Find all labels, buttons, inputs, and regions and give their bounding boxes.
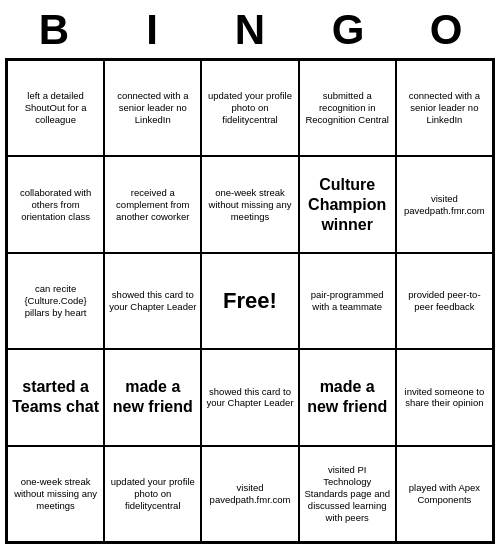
bingo-letter: O: [402, 6, 490, 54]
bingo-cell: updated your profile photo on fidelityce…: [201, 60, 298, 156]
bingo-cell: connected with a senior leader no Linked…: [104, 60, 201, 156]
bingo-cell: provided peer-to-peer feedback: [396, 253, 493, 349]
bingo-cell: received a complement from another cowor…: [104, 156, 201, 252]
bingo-cell: visited pavedpath.fmr.com: [201, 446, 298, 542]
bingo-cell: played with Apex Components: [396, 446, 493, 542]
bingo-cell: one-week streak without missing any meet…: [201, 156, 298, 252]
bingo-cell: one-week streak without missing any meet…: [7, 446, 104, 542]
bingo-cell: visited pavedpath.fmr.com: [396, 156, 493, 252]
bingo-cell: showed this card to your Chapter Leader: [104, 253, 201, 349]
bingo-letter: I: [108, 6, 196, 54]
bingo-cell: visited PI Technology Standards page and…: [299, 446, 396, 542]
bingo-letter: G: [304, 6, 392, 54]
bingo-letter: B: [10, 6, 98, 54]
bingo-cell: invited someone to share their opinion: [396, 349, 493, 445]
bingo-cell: collaborated with others from orientatio…: [7, 156, 104, 252]
bingo-cell: pair-programmed with a teammate: [299, 253, 396, 349]
bingo-cell: can recite {Culture.Code} pillars by hea…: [7, 253, 104, 349]
bingo-cell: Free!: [201, 253, 298, 349]
bingo-cell: started a Teams chat: [7, 349, 104, 445]
bingo-cell: Culture Champion winner: [299, 156, 396, 252]
bingo-grid: left a detailed ShoutOut for a colleague…: [5, 58, 495, 544]
bingo-cell: connected with a senior leader no Linked…: [396, 60, 493, 156]
bingo-cell: made a new friend: [104, 349, 201, 445]
bingo-cell: showed this card to your Chapter Leader: [201, 349, 298, 445]
bingo-letter: N: [206, 6, 294, 54]
bingo-cell: updated your profile photo on fidelityce…: [104, 446, 201, 542]
bingo-cell: left a detailed ShoutOut for a colleague: [7, 60, 104, 156]
bingo-header: BINGO: [5, 0, 495, 58]
bingo-cell: submitted a recognition in Recognition C…: [299, 60, 396, 156]
bingo-cell: made a new friend: [299, 349, 396, 445]
